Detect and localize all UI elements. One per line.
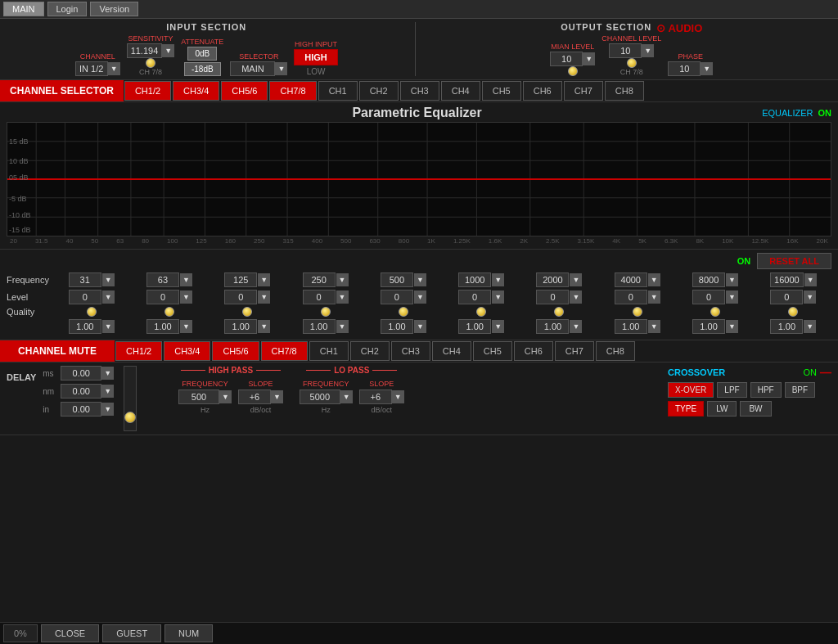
bpf-btn[interactable]: BPF	[785, 382, 815, 398]
cm-btn-ch2[interactable]: CH2	[350, 341, 390, 361]
cm-btn-ch5[interactable]: CH5	[473, 341, 512, 361]
freq-7-arrow[interactable]: ▼	[648, 273, 660, 286]
level-0-arrow[interactable]: ▼	[102, 290, 115, 304]
main-nav-button[interactable]: MAIN	[3, 2, 44, 16]
freq-4-arrow[interactable]: ▼	[414, 273, 426, 286]
quality-val-1-arrow[interactable]: ▼	[180, 320, 192, 333]
xover-btn[interactable]: X-OVER	[668, 382, 714, 398]
lpf-btn[interactable]: LPF	[717, 382, 746, 398]
sensitivity-knob[interactable]	[146, 58, 155, 68]
num-button[interactable]: NUM	[164, 624, 213, 642]
cs-btn-ch8[interactable]: CH8	[605, 81, 644, 101]
level-9-arrow[interactable]: ▼	[804, 290, 816, 304]
channel-dropdown-arrow[interactable]: ▼	[108, 62, 120, 75]
quality-val-3-arrow[interactable]: ▼	[336, 320, 349, 333]
delay-nm-arrow[interactable]: ▼	[101, 385, 114, 398]
quality-val-6-arrow[interactable]: ▼	[570, 320, 582, 333]
guest-button[interactable]: GUEST	[102, 624, 161, 642]
cs-btn-ch4[interactable]: CH4	[441, 81, 480, 101]
close-button[interactable]: CLOSE	[41, 624, 99, 642]
delay-slider[interactable]	[124, 366, 137, 431]
quality-val-9-arrow[interactable]: ▼	[804, 320, 816, 333]
cm-btn-ch34[interactable]: CH3/4	[164, 341, 210, 361]
att-0db-button[interactable]: 0dB	[187, 47, 217, 61]
cs-btn-ch1[interactable]: CH1	[318, 81, 358, 101]
cs-btn-ch3[interactable]: CH3	[400, 81, 439, 101]
level-5-arrow[interactable]: ▼	[492, 290, 504, 304]
cm-btn-ch8[interactable]: CH8	[596, 341, 635, 361]
phase-dropdown-arrow[interactable]: ▼	[701, 62, 713, 75]
quality-val-5-arrow[interactable]: ▼	[492, 320, 504, 333]
level-8-arrow[interactable]: ▼	[726, 290, 738, 304]
hpf-btn[interactable]: HPF	[750, 382, 782, 398]
level-7-arrow[interactable]: ▼	[648, 290, 660, 304]
crossover-minus[interactable]: —	[820, 366, 831, 379]
level-3-arrow[interactable]: ▼	[336, 290, 349, 304]
level-4-arrow[interactable]: ▼	[414, 290, 426, 304]
cs-btn-ch7[interactable]: CH7	[564, 81, 603, 101]
lp-freq-arrow[interactable]: ▼	[340, 390, 353, 403]
high-button[interactable]: HIGH	[294, 49, 338, 65]
level-1-arrow[interactable]: ▼	[180, 290, 192, 304]
cm-btn-ch56[interactable]: CH5/6	[212, 341, 259, 361]
delay-in-arrow[interactable]: ▼	[101, 403, 114, 416]
cm-btn-ch12[interactable]: CH1/2	[115, 341, 162, 361]
cm-btn-ch78[interactable]: CH7/8	[261, 341, 308, 361]
level-6-arrow[interactable]: ▼	[570, 290, 582, 304]
level-2-arrow[interactable]: ▼	[258, 290, 270, 304]
cs-btn-ch2[interactable]: CH2	[359, 81, 399, 101]
delay-ms-arrow[interactable]: ▼	[101, 367, 114, 380]
quality-knob-2[interactable]	[242, 307, 252, 317]
cm-btn-ch7[interactable]: CH7	[555, 341, 594, 361]
version-nav-button[interactable]: Version	[90, 2, 138, 16]
freq-2: 125	[224, 272, 257, 287]
mian-level-dropdown-arrow[interactable]: ▼	[583, 52, 595, 65]
freq-0-arrow[interactable]: ▼	[102, 273, 115, 286]
cm-btn-ch6[interactable]: CH6	[514, 341, 553, 361]
selector-dropdown-arrow[interactable]: ▼	[275, 62, 287, 75]
freq-8-arrow[interactable]: ▼	[726, 273, 738, 286]
freq-1-arrow[interactable]: ▼	[180, 273, 192, 286]
quality-knob-5[interactable]	[476, 307, 486, 317]
cm-btn-ch4[interactable]: CH4	[432, 341, 471, 361]
cs-btn-ch56[interactable]: CH5/6	[221, 81, 268, 101]
quality-knob-3[interactable]	[321, 307, 331, 317]
cs-btn-ch78[interactable]: CH7/8	[269, 81, 316, 101]
sensitivity-dropdown-arrow[interactable]: ▼	[162, 44, 174, 57]
att-neg18db-button[interactable]: -18dB	[184, 62, 221, 76]
reset-all-button[interactable]: RESET ALL	[757, 253, 831, 269]
quality-knob-0[interactable]	[87, 307, 97, 317]
quality-knob-7[interactable]	[633, 307, 642, 317]
quality-val-2-arrow[interactable]: ▼	[258, 320, 270, 333]
cs-btn-ch5[interactable]: CH5	[482, 81, 521, 101]
freq-2-arrow[interactable]: ▼	[258, 273, 270, 286]
freq-3-arrow[interactable]: ▼	[336, 273, 349, 286]
freq-9-arrow[interactable]: ▼	[804, 273, 817, 286]
cm-btn-ch1[interactable]: CH1	[309, 341, 349, 361]
hp-slope-arrow[interactable]: ▼	[271, 390, 283, 403]
quality-knob-9[interactable]	[788, 307, 798, 317]
login-nav-button[interactable]: Login	[47, 2, 88, 16]
cs-btn-ch34[interactable]: CH3/4	[173, 81, 219, 101]
quality-val-8-arrow[interactable]: ▼	[726, 320, 738, 333]
channel-level-knob[interactable]	[627, 58, 637, 68]
quality-val-4-arrow[interactable]: ▼	[414, 320, 426, 333]
cs-btn-ch6[interactable]: CH6	[523, 81, 562, 101]
quality-val-7-arrow[interactable]: ▼	[648, 320, 660, 333]
lw-button[interactable]: LW	[707, 401, 737, 417]
mian-level-knob[interactable]	[568, 66, 578, 76]
freq-5-arrow[interactable]: ▼	[492, 273, 504, 286]
quality-knob-6[interactable]	[554, 307, 564, 317]
channel-level-dropdown-arrow[interactable]: ▼	[642, 44, 654, 57]
quality-knob-4[interactable]	[399, 307, 408, 317]
hp-freq-arrow[interactable]: ▼	[219, 390, 232, 403]
lp-slope-arrow[interactable]: ▼	[392, 390, 404, 403]
freq-6-arrow[interactable]: ▼	[570, 273, 582, 286]
bw-button[interactable]: BW	[740, 401, 771, 417]
quality-val-0-arrow[interactable]: ▼	[102, 320, 115, 333]
cs-btn-ch12[interactable]: CH1/2	[124, 81, 171, 101]
type-button[interactable]: TYPE	[668, 401, 704, 417]
quality-knob-1[interactable]	[164, 307, 174, 317]
cm-btn-ch3[interactable]: CH3	[391, 341, 430, 361]
quality-knob-8[interactable]	[710, 307, 720, 317]
